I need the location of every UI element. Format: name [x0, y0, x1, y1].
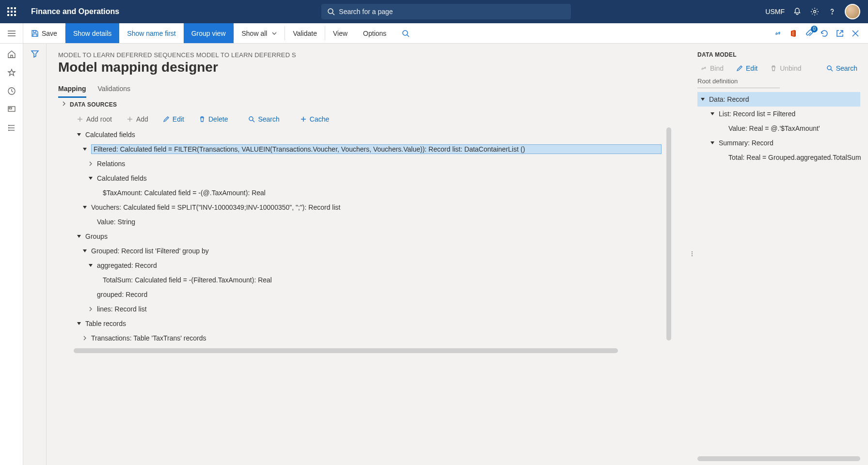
tree-node[interactable]: aggregated: Record [70, 258, 662, 273]
caret-collapsed-icon[interactable] [87, 306, 94, 312]
help-icon[interactable] [827, 7, 837, 16]
cmd-search-button[interactable] [394, 23, 417, 43]
refresh-icon[interactable] [820, 29, 829, 38]
datasource-types-collapse[interactable] [58, 98, 70, 461]
user-avatar[interactable] [845, 4, 860, 19]
modules-icon[interactable] [7, 123, 16, 133]
topbar: Finance and Operations Search for a page… [0, 0, 868, 23]
options-button[interactable]: Options [355, 23, 394, 43]
delete-button[interactable]: Delete [196, 115, 231, 124]
tree-node[interactable]: Calculated fields [70, 171, 662, 186]
save-button[interactable]: Save [23, 23, 65, 43]
tree-node[interactable]: lines: Record list [70, 302, 662, 316]
tree-node[interactable]: Grouped: Record list 'Filtered' group by [70, 244, 662, 258]
caret-expanded-icon[interactable] [81, 248, 88, 254]
show-details-button[interactable]: Show details [65, 23, 119, 43]
star-icon[interactable] [7, 68, 16, 78]
tree-node[interactable]: Vouchers: Calculated field = SPLIT("INV-… [70, 200, 662, 215]
tree-node[interactable]: grouped: Record [70, 287, 662, 302]
filter-icon[interactable] [31, 49, 39, 465]
svg-point-7 [403, 31, 408, 35]
content: MODEL TO LEARN DEFERRED SEQUENCES MODEL … [47, 44, 868, 465]
home-icon[interactable] [7, 49, 16, 59]
dm-node[interactable]: Total: Real = Grouped.aggregated.TotalSu… [697, 150, 860, 165]
tree-scrollbar-h[interactable] [74, 348, 618, 353]
caret-expanded-icon[interactable] [81, 146, 88, 153]
waffle-icon[interactable] [0, 0, 23, 23]
caret-expanded-icon[interactable] [76, 233, 82, 240]
unbind-button[interactable]: Unbind [767, 64, 804, 73]
filter-column [23, 44, 47, 465]
popout-icon[interactable] [835, 29, 845, 38]
caret-expanded-icon[interactable] [699, 96, 706, 103]
add-root-button[interactable]: Add root [74, 115, 115, 124]
content-inner: MODEL TO LEARN DEFERRED SEQUENCES MODEL … [47, 44, 691, 465]
dm-node[interactable]: Value: Real = @.'$TaxAmount' [697, 121, 860, 136]
dm-node-selected[interactable]: Data: Record [697, 92, 860, 107]
svg-rect-13 [9, 108, 12, 109]
dm-node[interactable]: Summary: Record [697, 136, 860, 150]
tree-node[interactable]: Table records [70, 316, 662, 331]
svg-point-28 [827, 66, 831, 70]
data-model-actions: Bind Edit Unbind Search [697, 64, 860, 73]
bind-button[interactable]: Bind [697, 64, 726, 73]
link-icon[interactable] [773, 29, 783, 38]
breadcrumb: MODEL TO LEARN DEFERRED SEQUENCES MODEL … [58, 51, 679, 59]
bell-icon[interactable] [792, 7, 802, 16]
show-name-first-button[interactable]: Show name first [119, 23, 183, 43]
edit-button[interactable]: Edit [160, 115, 187, 124]
cmdbar-right: 0 [773, 23, 868, 43]
caret-collapsed-icon[interactable] [87, 160, 94, 167]
svg-point-18 [8, 128, 9, 128]
data-sources-title: DATA SOURCES [70, 101, 117, 108]
topbar-right: USMF [765, 4, 868, 19]
view-button[interactable]: View [325, 23, 355, 43]
attachments-badge: 0 [811, 26, 818, 32]
app-title: Finance and Operations [23, 7, 127, 16]
caret-expanded-icon[interactable] [709, 140, 716, 146]
caret-expanded-icon[interactable] [76, 131, 82, 138]
tree-node[interactable]: Calculated fields [70, 127, 662, 142]
group-view-button[interactable]: Group view [184, 23, 234, 43]
close-icon[interactable] [851, 29, 860, 38]
global-search[interactable]: Search for a page [321, 4, 571, 19]
dm-node[interactable]: List: Record list = Filtered [697, 107, 860, 121]
gear-icon[interactable] [810, 7, 820, 16]
workspace-icon[interactable] [7, 105, 16, 114]
caret-expanded-icon[interactable] [87, 175, 94, 182]
add-button[interactable]: Add [124, 115, 151, 124]
tree-node[interactable]: Relations [70, 156, 662, 171]
svg-point-2 [814, 11, 816, 13]
global-search-placeholder: Search for a page [339, 8, 393, 16]
tree-node[interactable]: Groups [70, 229, 662, 244]
tree-node[interactable]: Transactions: Table 'TaxTrans' records [70, 331, 662, 345]
tree-scrollbar-v[interactable] [666, 127, 671, 341]
tab-mapping[interactable]: Mapping [58, 81, 86, 98]
chevron-right-icon [62, 101, 66, 106]
tree-node[interactable]: Value: String [70, 215, 662, 229]
left-rail [0, 44, 23, 465]
clock-icon[interactable] [7, 86, 16, 96]
ds-search-button[interactable]: Search [245, 115, 282, 124]
tree-node[interactable]: $TaxAmount: Calculated field = -(@.TaxAm… [70, 186, 662, 200]
show-all-dropdown[interactable]: Show all [234, 23, 285, 43]
dm-scrollbar-h[interactable] [697, 456, 860, 461]
tree-node-selected[interactable]: Filtered: Calculated field = FILTER(Tran… [70, 142, 662, 156]
caret-expanded-icon[interactable] [76, 320, 82, 327]
tab-validations[interactable]: Validations [98, 81, 130, 98]
dm-edit-button[interactable]: Edit [733, 64, 760, 73]
office-icon[interactable] [789, 29, 798, 38]
validate-button[interactable]: Validate [285, 23, 325, 43]
search-icon [327, 8, 335, 16]
caret-expanded-icon[interactable] [709, 110, 716, 117]
hamburger-icon[interactable] [0, 23, 23, 43]
svg-line-29 [831, 69, 833, 71]
dm-search-button[interactable]: Search [823, 64, 860, 73]
tree-node[interactable]: TotalSum: Calculated field = -(Filtered.… [70, 273, 662, 287]
attachments-icon[interactable]: 0 [804, 29, 814, 38]
caret-collapsed-icon[interactable] [81, 335, 88, 341]
caret-expanded-icon[interactable] [87, 262, 94, 269]
company-label[interactable]: USMF [765, 8, 785, 16]
cache-button[interactable]: Cache [297, 115, 332, 124]
caret-expanded-icon[interactable] [81, 204, 88, 211]
